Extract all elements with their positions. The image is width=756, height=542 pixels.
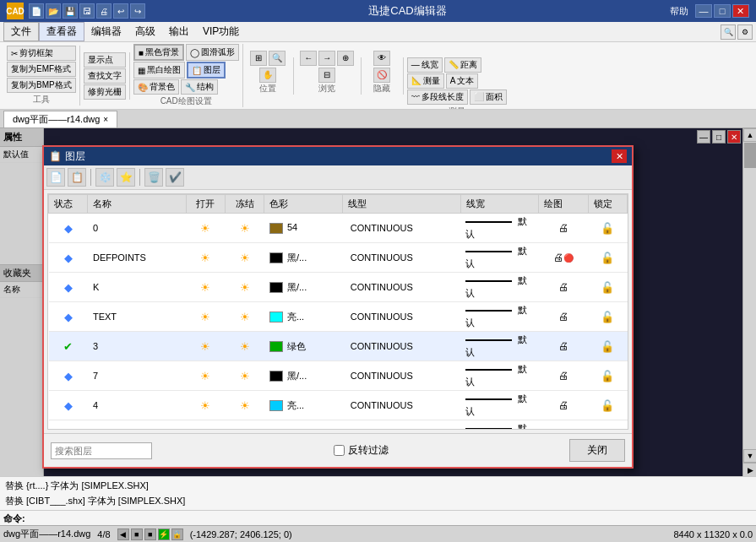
menu-viewer[interactable]: 查看器	[39, 22, 84, 41]
copy-layer-button[interactable]: 📋	[68, 168, 86, 187]
round-arc-button[interactable]: ◯圆滑弧形	[186, 44, 239, 61]
pos-icon-1[interactable]: ⊞	[250, 51, 267, 66]
cell-open[interactable]: ☀	[186, 420, 225, 431]
print-icon[interactable]: 🖨	[558, 399, 568, 411]
confirm-button[interactable]: ✔️	[166, 168, 184, 187]
layer-row[interactable]: ◆ TEXT ☀ ☀ 亮... CONTINUOUS 默认 🖨 🔓	[49, 302, 628, 332]
print-icon[interactable]: 🖨	[96, 3, 111, 19]
cell-open[interactable]: ☀	[186, 302, 225, 332]
cell-freeze[interactable]: ☀	[225, 302, 264, 332]
cell-freeze[interactable]: ☀	[225, 391, 264, 420]
measure-button[interactable]: 📐测量	[407, 73, 444, 89]
layer-row[interactable]: ◆ 0 ☀ ☀ 54 CONTINUOUS 默认 🖨 🔓	[49, 214, 628, 243]
copy-emf-button[interactable]: 复制为EMF格式	[7, 62, 76, 77]
cell-open[interactable]: ☀	[186, 391, 225, 420]
trim-raster-button[interactable]: 修剪光栅	[84, 84, 126, 100]
status-icon-5[interactable]: 🔒	[171, 528, 183, 540]
search-input[interactable]	[51, 442, 152, 459]
print-icon[interactable]: 🖨	[558, 281, 568, 293]
lock-icon[interactable]: 🔓	[601, 281, 614, 294]
layer-row[interactable]: ◆ DEFPOINTS ☀ ☀ 黑/... CONTINUOUS 默认 🖨🔴 🔓	[49, 243, 628, 273]
cell-lock[interactable]: 🔓	[588, 214, 627, 243]
menu-output[interactable]: 输出	[162, 23, 196, 41]
cell-lock[interactable]: 🔓	[588, 361, 627, 391]
polyline-length-button[interactable]: 〰多段线长度	[407, 89, 468, 105]
cell-lock[interactable]: 🔓	[588, 391, 627, 420]
lock-icon[interactable]: 🔓	[601, 222, 614, 235]
cell-freeze[interactable]: ☀	[225, 214, 264, 243]
cell-color[interactable]: 绿色	[264, 332, 343, 361]
lock-icon[interactable]: 🔓	[601, 399, 614, 412]
save-as-icon[interactable]: 🖫	[79, 3, 95, 19]
cell-freeze[interactable]: ☀	[225, 420, 264, 431]
nav-icon-2[interactable]: →	[318, 51, 335, 66]
print-icon[interactable]: 🖨	[558, 429, 568, 430]
cell-linetype[interactable]: CONTINUOUS	[343, 391, 460, 420]
cell-print[interactable]: 🖨🔴	[539, 243, 588, 273]
cell-linetype[interactable]: CONTINUOUS	[343, 243, 460, 273]
nav-icon-1[interactable]: ←	[300, 51, 317, 66]
menu-vip[interactable]: VIP功能	[196, 23, 246, 41]
cell-color[interactable]: 黑/...	[264, 273, 343, 302]
cell-color[interactable]: 亮...	[264, 302, 343, 332]
cell-color[interactable]: 54	[264, 214, 343, 243]
cell-lock[interactable]: 🔓	[588, 332, 627, 361]
structure-button[interactable]: 🔧结构	[181, 79, 218, 95]
cell-lock[interactable]: 🔓	[588, 420, 627, 431]
lock-icon[interactable]: 🔓	[601, 311, 614, 323]
linewidth-button[interactable]: —线宽	[407, 57, 443, 73]
hide-icon-1[interactable]: 👁	[373, 51, 390, 66]
layer-row[interactable]: ◆ K ☀ ☀ 黑/... CONTINUOUS 默认 🖨 🔓	[49, 273, 628, 302]
redo-icon[interactable]: ↪	[130, 3, 145, 19]
search-small-icon[interactable]: 🔍	[721, 24, 736, 40]
cell-open[interactable]: ☀	[186, 243, 225, 273]
pos-icon-3[interactable]: ✋	[259, 68, 276, 83]
cell-linetype[interactable]: CONTINUOUS	[343, 273, 460, 302]
cell-color[interactable]: 黑/...	[264, 361, 343, 391]
delete-layer-button[interactable]: 🗑️	[144, 168, 163, 187]
menu-advanced[interactable]: 高级	[128, 23, 162, 41]
freeze-all-button[interactable]: ❄️	[95, 168, 114, 187]
nav-icon-3[interactable]: ⊕	[337, 51, 354, 66]
status-icon-3[interactable]: ■	[144, 528, 156, 540]
cut-frame-button[interactable]: ✂ 剪切框架	[7, 46, 76, 61]
filter-checkbox[interactable]	[334, 445, 345, 456]
new-file-icon[interactable]: 📄	[29, 3, 44, 19]
tab-close-button[interactable]: ×	[103, 115, 108, 124]
cell-freeze[interactable]: ☀	[225, 361, 264, 391]
hide-icon-2[interactable]: 🚫	[373, 68, 390, 83]
bg-color-button[interactable]: 🎨背景色	[133, 79, 179, 95]
lock-icon[interactable]: 🔓	[601, 370, 614, 382]
copy-bmp-button[interactable]: 复制为BMP格式	[7, 78, 76, 93]
layer-row[interactable]: ◆ 7 ☀ ☀ 黑/... CONTINUOUS 默认 🖨 🔓	[49, 361, 628, 391]
cell-linetype[interactable]: CONTINUOUS	[343, 302, 460, 332]
cell-linetype[interactable]: CONTINUOUS	[343, 214, 460, 243]
show-points-button[interactable]: 显示点	[84, 52, 126, 68]
cell-color[interactable]: 黑/...	[264, 243, 343, 273]
cell-lock[interactable]: 🔓	[588, 273, 627, 302]
cell-open[interactable]: ☀	[186, 214, 225, 243]
lock-icon[interactable]: 🔓	[601, 340, 614, 353]
close-button[interactable]: ✕	[732, 4, 749, 18]
layer-row[interactable]: ✔ 3 ☀ ☀ 绿色 CONTINUOUS 默认 🖨 🔓	[49, 332, 628, 361]
maximize-button[interactable]: □	[714, 4, 731, 18]
cell-linetype[interactable]: CONTINUOUS	[343, 420, 460, 431]
main-tab[interactable]: dwg平面——r14.dwg ×	[3, 111, 117, 127]
pos-icon-2[interactable]: 🔍	[269, 51, 286, 66]
dialog-close-button[interactable]: ✕	[612, 149, 627, 163]
black-bg-button[interactable]: ■黑色背景	[133, 44, 184, 61]
open-icon[interactable]: 📂	[46, 3, 61, 19]
find-text-button[interactable]: 查找文字	[84, 68, 126, 84]
cell-print[interactable]: 🖨	[539, 420, 588, 431]
cell-print[interactable]: 🖨	[539, 302, 588, 332]
cell-print[interactable]: 🖨	[539, 214, 588, 243]
cell-lock[interactable]: 🔓	[588, 243, 627, 273]
cell-open[interactable]: ☀	[186, 273, 225, 302]
cmd-input[interactable]	[25, 514, 753, 524]
cell-print[interactable]: 🖨	[539, 332, 588, 361]
undo-icon[interactable]: ↩	[113, 3, 128, 19]
status-icon-4[interactable]: ⚡	[158, 528, 170, 540]
print-icon[interactable]: 🖨	[553, 252, 563, 263]
cell-open[interactable]: ☀	[186, 332, 225, 361]
area-button[interactable]: ⬜面积	[470, 89, 507, 105]
